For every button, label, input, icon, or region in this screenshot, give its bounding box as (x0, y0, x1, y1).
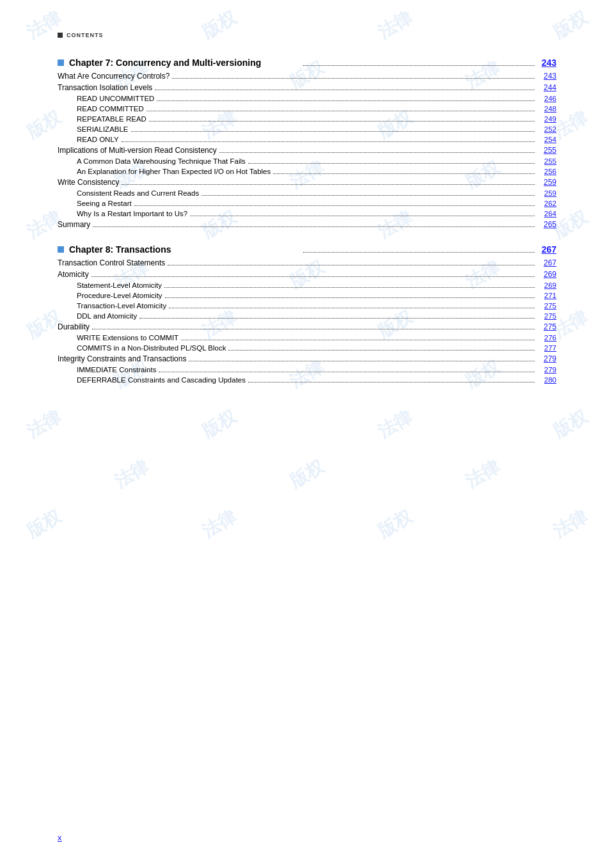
toc-entry: SERIALIZABLE252 (58, 125, 556, 133)
chapter-page-ch7: 243 (537, 58, 556, 68)
toc-entry-dots (189, 361, 535, 361)
toc-entry-page: 280 (537, 376, 556, 384)
toc-entry-dots (139, 318, 535, 319)
toc-entry-dots (190, 216, 535, 216)
toc-entry-title: Integrity Constraints and Transactions (58, 354, 186, 363)
toc-entry-title: COMMITS in a Non-Distributed PL/SQL Bloc… (77, 344, 226, 352)
toc-entry-title: What Are Concurrency Controls? (58, 72, 169, 81)
toc-entry-title: Transaction-Level Atomicity (77, 302, 166, 310)
chapter-dots-ch8 (303, 252, 535, 253)
toc-entry-page: 271 (537, 292, 556, 299)
toc-entry-title: Why Is a Restart Important to Us? (77, 210, 187, 217)
chapter-dots-ch7 (303, 65, 535, 66)
toc-entry-page: 264 (537, 210, 556, 217)
toc-entry-title: REPEATABLE READ (77, 115, 146, 123)
toc-entry-title: Durability (58, 322, 90, 331)
toc-entry-dots (159, 372, 535, 372)
toc-entry-title: Statement-Level Atomicity (77, 281, 162, 289)
toc-entry-page: 243 (537, 72, 556, 81)
toc-section-ch7: Chapter 7: Concurrency and Multi-version… (58, 58, 556, 229)
toc-entry: Statement-Level Atomicity269 (58, 281, 556, 289)
toc-entry-dots (219, 152, 535, 153)
toc-entry-dots (134, 205, 535, 206)
toc-entry-page: 269 (537, 281, 556, 289)
toc-entry-page: 259 (537, 189, 556, 197)
toc-entry-title: IMMEDIATE Constraints (77, 366, 156, 374)
toc-entry-dots (172, 78, 535, 79)
toc-entry-page: 256 (537, 168, 556, 175)
toc-entry: Durability275 (58, 322, 556, 331)
toc-entry-page: 279 (537, 366, 556, 374)
toc-entry-title: Implications of Multi-version Read Consi… (58, 146, 217, 155)
toc-entry-dots (92, 329, 535, 329)
toc-entry-page: 244 (537, 83, 556, 92)
toc-entry: Transaction Isolation Levels244 (58, 83, 556, 92)
toc-entry-page: 255 (537, 146, 556, 155)
toc-entry-title: Procedure-Level Atomicity (77, 292, 162, 299)
toc-entry: What Are Concurrency Controls?243 (58, 72, 556, 81)
contents-square-icon (58, 33, 63, 38)
toc-entry: COMMITS in a Non-Distributed PL/SQL Bloc… (58, 344, 556, 352)
chapter-heading-ch7: Chapter 7: Concurrency and Multi-version… (58, 58, 556, 68)
chapter-title-ch7: Chapter 7: Concurrency and Multi-version… (69, 58, 301, 68)
toc-entry-title: DDL and Atomicity (77, 312, 137, 320)
toc-entry: Integrity Constraints and Transactions27… (58, 354, 556, 363)
toc-entry: Write Consistency259 (58, 178, 556, 187)
toc-entry-dots (122, 184, 535, 185)
toc-entry-dots (169, 308, 535, 308)
toc-entry-title: Write Consistency (58, 178, 119, 187)
toc-entry: Why Is a Restart Important to Us?264 (58, 210, 556, 217)
toc-entry-dots (93, 226, 535, 227)
toc-entry-page: 275 (537, 302, 556, 310)
toc-entry-dots (248, 163, 535, 164)
toc-entry: Transaction-Level Atomicity275 (58, 302, 556, 310)
toc-entry-title: WRITE Extensions to COMMIT (77, 334, 178, 342)
toc-entry: Transaction Control Statements267 (58, 258, 556, 267)
toc-entry-dots (181, 340, 535, 340)
toc-entry: Summary265 (58, 220, 556, 229)
toc-entry-title: READ COMMITTED (77, 105, 144, 113)
toc-entry-title: Summary (58, 220, 90, 229)
toc-entry-title: An Explanation for Higher Than Expected … (77, 168, 271, 175)
toc-entry: DDL and Atomicity275 (58, 312, 556, 320)
toc-entry-page: 252 (537, 125, 556, 133)
toc-entry-page: 265 (537, 220, 556, 229)
toc-entry-dots (273, 173, 535, 174)
toc-entry-dots (122, 141, 535, 142)
toc-entry: Procedure-Level Atomicity271 (58, 292, 556, 299)
toc-entry-dots (201, 195, 535, 196)
toc-entry-title: Transaction Control Statements (58, 258, 165, 267)
chapter-title-ch8: Chapter 8: Transactions (69, 244, 301, 255)
toc-entry-title: Consistent Reads and Current Reads (77, 189, 199, 197)
toc-entry: An Explanation for Higher Than Expected … (58, 168, 556, 175)
toc-entry-page: 275 (537, 322, 556, 331)
contents-label: CONTENTS (67, 32, 104, 38)
toc-entry-page: 267 (537, 258, 556, 267)
toc-entry-page: 279 (537, 354, 556, 363)
toc-entry-dots (149, 121, 535, 122)
toc-entry: READ ONLY254 (58, 136, 556, 143)
toc-entry-page: 269 (537, 270, 556, 279)
toc-entry: IMMEDIATE Constraints279 (58, 366, 556, 374)
toc-entry-title: SERIALIZABLE (77, 125, 129, 133)
toc-entry-dots (168, 265, 535, 265)
toc-entry: Seeing a Restart262 (58, 200, 556, 207)
toc-entry: DEFERRABLE Constraints and Cascading Upd… (58, 376, 556, 384)
toc-entry-page: 276 (537, 334, 556, 342)
toc-entry-dots (248, 382, 535, 383)
chapter-heading-ch8: Chapter 8: Transactions267 (58, 244, 556, 255)
toc-entry-title: Atomicity (58, 270, 89, 279)
toc-entry: Implications of Multi-version Read Consi… (58, 146, 556, 155)
toc-entry-page: 262 (537, 200, 556, 207)
toc-entry-page: 277 (537, 344, 556, 352)
toc-entry-dots (165, 297, 535, 298)
toc-entry: A Common Data Warehousing Technique That… (58, 157, 556, 165)
toc-entry: READ COMMITTED248 (58, 105, 556, 113)
toc-entry-dots (146, 111, 535, 111)
toc-entry-page: 246 (537, 95, 556, 102)
toc-entry-title: READ UNCOMMITTED (77, 95, 154, 102)
page-content: CONTENTS Chapter 7: Concurrency and Mult… (0, 0, 614, 434)
toc-entry: Consistent Reads and Current Reads259 (58, 189, 556, 197)
toc-entry: Atomicity269 (58, 270, 556, 279)
toc-entry-dots (131, 131, 535, 132)
